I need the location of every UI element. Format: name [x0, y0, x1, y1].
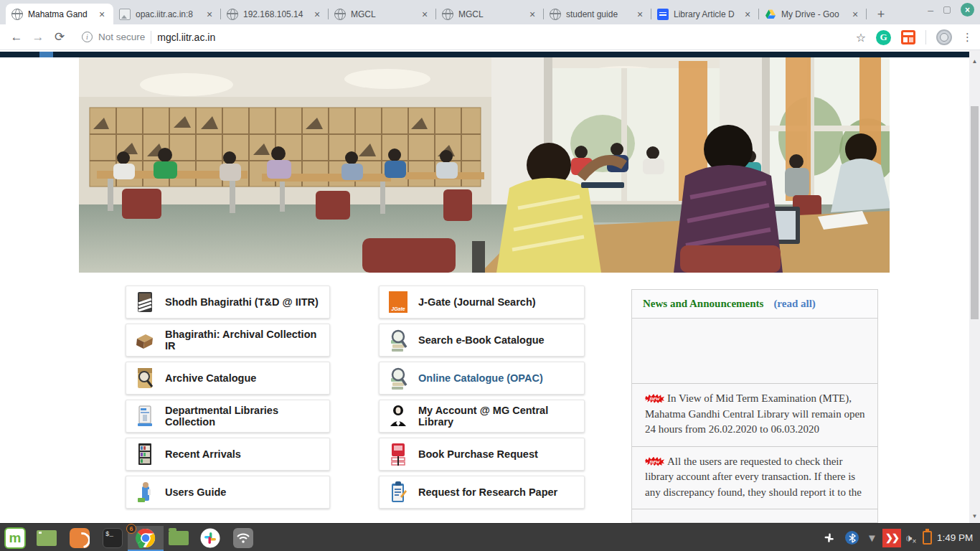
page-scrollbar[interactable]: ▲ ▼: [969, 50, 980, 523]
google-docs-favicon: [657, 9, 669, 20]
recent-arrivals-button[interactable]: Recent Arrivals: [126, 438, 330, 471]
battery-tray-icon[interactable]: [923, 528, 932, 547]
scrollbar-thumb[interactable]: [971, 106, 979, 319]
toolbar-separator: [925, 30, 926, 44]
bhagirathi-archival-button[interactable]: Bhagirathi: Archival Collection IR: [126, 324, 330, 357]
news-item[interactable]: newIn View of Mid Term Examination (MTE)…: [632, 383, 877, 446]
show-desktop-button[interactable]: [34, 526, 59, 550]
tab-close-icon[interactable]: ×: [742, 9, 753, 20]
browser-tab-strip: Mahatma Gand × opac.iitr.ac.in:8 × 192.1…: [0, 0, 980, 24]
terminal-launcher[interactable]: $_: [100, 526, 125, 550]
tab-mgcl-1[interactable]: MGCL ×: [329, 4, 436, 24]
request-research-paper-button[interactable]: Request for Research Paper: [379, 476, 585, 509]
chrome-taskbar-button[interactable]: 6: [128, 526, 164, 550]
page-content: Shodh Bhagirathi (T&D @ IITR) Bhagirathi…: [0, 50, 980, 523]
chrome-icon: [136, 528, 156, 548]
back-icon[interactable]: ←: [6, 30, 27, 44]
tab-ip-address[interactable]: 192.168.105.14 ×: [221, 4, 329, 24]
book-purchase-button[interactable]: Book Purchase Request: [379, 438, 585, 471]
slack-launcher[interactable]: [198, 526, 222, 550]
google-drive-favicon: [765, 9, 776, 20]
folder-icon: [169, 531, 189, 545]
tab-mahatma-gandhi-library[interactable]: Mahatma Gand ×: [6, 4, 113, 24]
globe-favicon: [227, 9, 238, 20]
tab-close-icon[interactable]: ×: [419, 9, 430, 20]
file-manager-launcher[interactable]: [166, 526, 191, 550]
tab-close-icon[interactable]: ×: [849, 9, 861, 20]
news-announcements-panel: News and Announcements (read all) newIn …: [631, 289, 878, 523]
slack-tray-icon[interactable]: [822, 528, 837, 547]
jgate-icon: JGate: [389, 291, 407, 313]
globe-favicon: [550, 9, 561, 20]
archive-box-icon: [136, 329, 154, 352]
news-item[interactable]: newAll the users are requested to check …: [632, 446, 877, 510]
navbar-active-item[interactable]: [39, 52, 53, 57]
departmental-libraries-button[interactable]: Departmental Libraries Collection: [126, 400, 330, 433]
info-icon[interactable]: i: [82, 32, 93, 42]
shodh-bhagirathi-button[interactable]: Shodh Bhagirathi (T&D @ IITR): [126, 286, 330, 319]
bookshelf-icon: [136, 443, 154, 466]
wifi-tray-icon[interactable]: ▼: [867, 528, 877, 547]
tab-student-guide[interactable]: student guide ×: [544, 4, 651, 24]
new-badge-icon: new: [645, 457, 664, 466]
network-tool-launcher[interactable]: [231, 526, 255, 550]
tab-close-icon[interactable]: ×: [527, 9, 538, 20]
bookmark-star-icon[interactable]: ☆: [856, 31, 866, 44]
scroll-up-arrow-icon[interactable]: ▲: [969, 56, 980, 67]
taskbar-clock[interactable]: 1:49 PM: [937, 524, 973, 551]
tab-my-drive[interactable]: My Drive - Goo ×: [759, 4, 867, 24]
reload-icon[interactable]: ⟳: [49, 29, 70, 44]
anydesk-tray-icon[interactable]: ❯❯: [882, 528, 901, 547]
new-badge-icon: new: [645, 394, 664, 403]
tab-close-icon[interactable]: ×: [96, 9, 108, 20]
tab-opac[interactable]: opac.iitr.ac.in:8 ×: [113, 4, 221, 24]
window-minimize-button[interactable]: –: [928, 4, 933, 16]
library-hall-photo: [79, 57, 890, 273]
security-label: Not secure: [98, 32, 145, 42]
desktop-taskbar: m $_ 6: [0, 523, 980, 551]
tab-mgcl-2[interactable]: MGCL ×: [436, 4, 544, 24]
anydesk-icon: ❯❯: [882, 529, 901, 547]
mint-menu-button[interactable]: m: [3, 526, 27, 550]
tab-close-icon[interactable]: ×: [634, 9, 646, 20]
grammarly-extension-icon[interactable]: G: [876, 30, 891, 45]
forward-icon[interactable]: →: [27, 30, 49, 44]
firefox-launcher[interactable]: [67, 526, 92, 550]
linux-mint-icon: m: [4, 527, 26, 549]
firefox-icon: [70, 528, 90, 548]
wifi-icon: [233, 528, 253, 548]
new-tab-button[interactable]: +: [871, 4, 891, 24]
card-magnifier-icon: [136, 367, 154, 390]
address-bar[interactable]: i Not secure mgcl.iitr.ac.in: [82, 31, 215, 44]
news-item-text: All the users are requested to check the…: [645, 456, 862, 498]
news-header: News and Announcements (read all): [632, 290, 877, 319]
search-ebook-button[interactable]: Search e-Book Catalogue: [379, 324, 585, 357]
tab-library-article[interactable]: Library Article D ×: [651, 4, 759, 24]
news-title: News and Announcements: [643, 298, 763, 310]
clipboard-pencil-icon: [389, 481, 407, 504]
url-text[interactable]: mgcl.iitr.ac.in: [157, 32, 215, 43]
chrome-menu-icon[interactable]: ⋮: [962, 31, 973, 44]
my-account-button[interactable]: My Account @ MG Central Library: [379, 400, 585, 433]
profile-avatar[interactable]: [936, 29, 952, 45]
volume-muted-tray-icon[interactable]: 🕩: [905, 528, 912, 547]
address-separator: [151, 31, 151, 44]
desktop-icon: [37, 530, 57, 546]
globe-favicon: [11, 9, 23, 20]
scroll-down-arrow-icon[interactable]: ▼: [969, 511, 980, 522]
archive-catalogue-button[interactable]: Archive Catalogue: [126, 362, 330, 395]
online-catalogue-opac-button[interactable]: Online Catalogue (OPAC): [379, 362, 585, 395]
users-guide-button[interactable]: Users Guide: [126, 476, 330, 509]
jgate-button[interactable]: JGate J-Gate (Journal Search): [379, 286, 585, 319]
red-book-icon: [389, 443, 407, 466]
window-close-button[interactable]: ×: [961, 3, 974, 17]
bluetooth-tray-icon[interactable]: [845, 528, 859, 547]
news-item-text: In View of Mid Term Examination (MTE), M…: [645, 392, 865, 435]
terminal-icon: $_: [103, 528, 123, 548]
tab-close-icon[interactable]: ×: [311, 9, 323, 20]
read-all-link[interactable]: (read all): [773, 298, 815, 310]
window-restore-button[interactable]: [943, 6, 951, 14]
tab-close-icon[interactable]: ×: [204, 9, 215, 20]
globe-favicon: [442, 9, 453, 20]
extension-icon[interactable]: [901, 30, 915, 44]
